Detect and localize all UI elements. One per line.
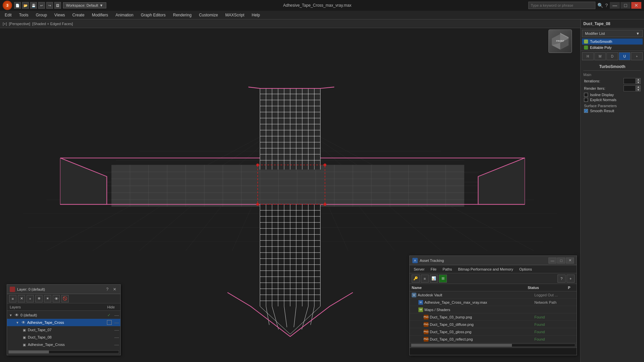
asset-menu-file[interactable]: File <box>428 267 439 272</box>
col-hide-label: Hide <box>104 305 118 309</box>
layer-dash: — <box>114 342 119 347</box>
layer-scroll-thumb[interactable] <box>9 351 49 353</box>
search-input[interactable] <box>528 2 595 9</box>
tab-hierarchy[interactable]: H <box>582 52 594 60</box>
layer-tool-show[interactable]: 👁 <box>53 295 60 302</box>
layer-item-adhesive[interactable]: ▼ 👁 Adhesive_Tape_Cross — <box>7 319 120 326</box>
layer-tool-icon1[interactable]: ≡ <box>9 295 16 302</box>
new-icon[interactable]: 📄 <box>14 2 21 9</box>
layer-panel-help[interactable]: ? <box>104 286 110 292</box>
search-icon[interactable]: 🔍 <box>597 3 603 8</box>
asset-scrollbar[interactable] <box>411 344 575 347</box>
asset-tool-extra[interactable]: + <box>567 275 575 283</box>
render-icon[interactable]: 🖼 <box>54 2 61 9</box>
menu-tools[interactable]: Tools <box>16 12 32 18</box>
ts-iterations-input[interactable]: 0 <box>624 78 636 84</box>
asset-row-reflect[interactable]: PNG Duct_Tape_03_reflect.png Found <box>410 336 577 343</box>
help-icon[interactable]: ? <box>605 3 608 8</box>
asset-tool-3[interactable]: 📊 <box>430 275 438 283</box>
layer-tool-freeze[interactable]: ❄ <box>35 295 43 302</box>
ts-renderiters-up[interactable]: ▲ <box>636 85 641 88</box>
redo-icon[interactable]: ↪ <box>46 2 53 9</box>
menu-graph-editors[interactable]: Graph Editors <box>137 12 169 18</box>
ts-iterations-up[interactable]: ▲ <box>636 78 641 81</box>
menu-maxscript[interactable]: MAXScript <box>222 12 248 18</box>
menu-create[interactable]: Create <box>69 12 88 18</box>
asset-bump-status: Found <box>534 315 575 319</box>
asset-tool-1[interactable]: 🔑 <box>412 275 420 283</box>
ts-iterations-down[interactable]: ▼ <box>636 81 641 84</box>
layer-expand-icon[interactable]: ▼ <box>8 313 13 317</box>
asset-close-btn[interactable]: ✕ <box>566 258 574 264</box>
layer-tool-hide[interactable]: 🚫 <box>61 295 69 302</box>
asset-row-diffuse[interactable]: PNG Duct_Tape_03_diffuse.png Found <box>410 321 577 328</box>
asset-row-gloss[interactable]: PNG Duct_Tape_03_gloss.png Found <box>410 328 577 336</box>
undo-icon[interactable]: ↩ <box>38 2 45 9</box>
nav-cube[interactable]: FRONT <box>547 29 574 56</box>
svg-point-111 <box>256 203 259 206</box>
menu-modifiers[interactable]: Modifiers <box>89 12 112 18</box>
maximize-button[interactable]: □ <box>621 2 631 9</box>
asset-menu-paths[interactable]: Paths <box>440 267 455 272</box>
menu-group[interactable]: Group <box>33 12 50 18</box>
ts-iterations-spinner[interactable]: 0 ▲ ▼ <box>624 78 641 84</box>
layer-panel-close[interactable]: ✕ <box>112 286 118 292</box>
menu-rendering[interactable]: Rendering <box>170 12 195 18</box>
tab-display[interactable]: D <box>606 52 618 60</box>
asset-row-bump[interactable]: PNG Duct_Tape_03_bump.png Found <box>410 313 577 321</box>
asset-menu-options[interactable]: Options <box>517 267 535 272</box>
asset-minimize-btn[interactable]: — <box>548 258 557 264</box>
ts-explictnormals-checkbox[interactable] <box>584 98 588 102</box>
modifier-list-dropdown[interactable]: Modifier List ▼ <box>582 30 643 37</box>
layer-tool-unfreeze[interactable]: ☀ <box>44 295 51 302</box>
asset-reflect-status: Found <box>534 337 575 341</box>
layer-item-adhesive-sub[interactable]: ▣ Adhesive_Tape_Cross — <box>7 341 120 348</box>
ts-isoline-checkbox[interactable] <box>584 93 588 97</box>
close-button[interactable]: ✕ <box>631 2 641 9</box>
ts-renderiters-row: Render Iters: 2 ▲ ▼ <box>583 85 641 91</box>
layer-adhesive-name: Adhesive_Tape_Cross <box>27 320 106 324</box>
save-icon[interactable]: 💾 <box>30 2 37 9</box>
ts-renderiters-input[interactable]: 2 <box>624 85 636 91</box>
layer-item-0[interactable]: ▼ 👁 0 (default) ✓ — <box>7 311 120 319</box>
asset-tool-help[interactable]: ? <box>558 275 566 283</box>
asset-diffuse-name: Duct_Tape_03_diffuse.png <box>430 322 533 327</box>
asset-row-vault[interactable]: V Autodesk Vault Logged Out ... <box>410 291 577 299</box>
open-icon[interactable]: 📂 <box>22 2 29 9</box>
menu-edit[interactable]: Edit <box>1 12 15 18</box>
modifier-name: TurboSmooth <box>590 40 612 44</box>
tab-extra[interactable]: + <box>631 52 643 60</box>
layer-obj-icon: ▣ <box>22 342 26 347</box>
tab-utilities[interactable]: U <box>619 52 631 60</box>
asset-menu-server[interactable]: Server <box>411 267 427 272</box>
asset-row-maps[interactable]: M Maps / Shaders <box>410 306 577 313</box>
ts-renderiters-down[interactable]: ▼ <box>636 88 641 91</box>
asset-menu-bitmap[interactable]: Bitmap Performance and Memory <box>455 267 516 272</box>
asset-row-max[interactable]: M Adhesive_Tape_Cross_max_vray.max Netwo… <box>410 299 577 306</box>
layer-expand-icon[interactable]: ▼ <box>15 320 20 325</box>
asset-tool-4[interactable]: ⊞ <box>439 275 447 283</box>
layer-item-duct07[interactable]: ▣ Duct_Tape_07 — <box>7 326 120 334</box>
titlebar-left: 3 📄 📂 💾 ↩ ↪ 🖼 Workspace: Default ▼ <box>3 1 106 10</box>
asset-scroll-thumb[interactable] <box>411 344 512 347</box>
modifier-turbosmooth[interactable]: TurboSmooth <box>582 39 643 45</box>
layer-tool-delete[interactable]: ✕ <box>18 295 25 302</box>
workspace-button[interactable]: Workspace: Default ▼ <box>63 2 106 8</box>
asset-tool-2[interactable]: ≡ <box>421 275 429 283</box>
layer-scrollbar[interactable] <box>8 350 119 354</box>
ts-renderiters-spinner[interactable]: 2 ▲ ▼ <box>624 85 641 91</box>
tab-motion[interactable]: M <box>594 52 606 60</box>
minimize-button[interactable]: — <box>610 2 620 9</box>
dropdown-arrow-icon: ▼ <box>100 3 103 7</box>
layer-tool-add[interactable]: + <box>26 295 34 302</box>
asset-col-status: Status <box>528 286 568 290</box>
asset-maximize-btn[interactable]: □ <box>557 258 565 264</box>
menu-views[interactable]: Views <box>51 12 68 18</box>
layer-box[interactable] <box>107 320 112 325</box>
modifier-editable-poly[interactable]: Editable Poly <box>582 45 643 51</box>
menu-help[interactable]: Help <box>248 12 264 18</box>
menu-animation[interactable]: Animation <box>112 12 137 18</box>
menu-customize[interactable]: Customize <box>195 12 221 18</box>
layer-item-duct08[interactable]: ▣ Duct_Tape_08 — <box>7 334 120 341</box>
ts-smoothresult-checkbox[interactable]: ✓ <box>584 109 588 113</box>
